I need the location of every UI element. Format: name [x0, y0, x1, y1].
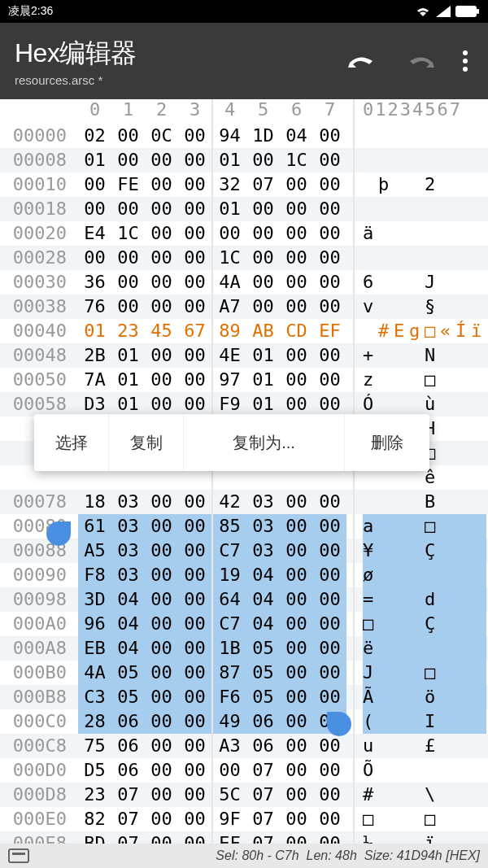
- ascii-cell[interactable]: [440, 734, 455, 758]
- ascii-cell[interactable]: [378, 246, 394, 270]
- hex-cell[interactable]: 00: [145, 514, 178, 539]
- hex-cell[interactable]: 00: [280, 490, 313, 514]
- ascii-cell[interactable]: [471, 685, 486, 709]
- hex-cell[interactable]: 00: [280, 807, 313, 831]
- ascii-cell[interactable]: [440, 392, 455, 417]
- hex-cell[interactable]: 00: [313, 661, 346, 685]
- ascii-cell[interactable]: [455, 417, 471, 441]
- hex-cell[interactable]: 00: [145, 197, 178, 221]
- ascii-cell[interactable]: [425, 636, 440, 661]
- hex-cell[interactable]: 03: [246, 539, 280, 563]
- hex-row[interactable]: 00088A5030000C7030000¥Ç: [0, 539, 488, 563]
- hex-cell[interactable]: 00: [178, 124, 211, 148]
- ascii-cell[interactable]: [394, 148, 409, 172]
- hex-cell[interactable]: 00: [111, 197, 145, 221]
- hex-cell[interactable]: 49: [213, 709, 246, 734]
- hex-cell[interactable]: 04: [246, 587, 280, 612]
- ascii-cell[interactable]: [425, 563, 440, 587]
- ascii-cell[interactable]: u: [363, 734, 378, 758]
- hex-cell[interactable]: 00: [78, 172, 111, 197]
- hex-cell[interactable]: 00: [145, 221, 178, 246]
- ascii-cell[interactable]: [455, 343, 471, 368]
- ascii-cell[interactable]: [471, 246, 486, 270]
- ascii-cell[interactable]: □: [363, 612, 378, 636]
- ascii-cell[interactable]: [378, 197, 394, 221]
- hex-cell[interactable]: 00: [178, 685, 211, 709]
- hex-cell[interactable]: 00: [313, 172, 346, 197]
- ascii-cell[interactable]: Ç: [425, 539, 440, 563]
- hex-cell[interactable]: 61: [78, 514, 111, 539]
- hex-cell[interactable]: 00: [145, 172, 178, 197]
- hex-cell[interactable]: 4A: [213, 270, 246, 294]
- hex-cell[interactable]: EF: [313, 319, 346, 343]
- hex-cell[interactable]: 00: [111, 246, 145, 270]
- ascii-cell[interactable]: [409, 197, 425, 221]
- ascii-cell[interactable]: [455, 172, 471, 197]
- ascii-cell[interactable]: [409, 685, 425, 709]
- hex-cell[interactable]: 64: [213, 587, 246, 612]
- ascii-cell[interactable]: [440, 490, 455, 514]
- hex-cell[interactable]: 00: [313, 343, 346, 368]
- hex-cell[interactable]: F6: [213, 685, 246, 709]
- ascii-cell[interactable]: [455, 709, 471, 734]
- hex-cell[interactable]: 00: [145, 148, 178, 172]
- hex-cell[interactable]: FE: [111, 172, 145, 197]
- ascii-cell[interactable]: #: [363, 783, 378, 807]
- ascii-cell[interactable]: [455, 587, 471, 612]
- ascii-cell[interactable]: Í: [455, 319, 471, 343]
- ascii-cell[interactable]: [394, 758, 409, 783]
- hex-cell[interactable]: 00: [280, 270, 313, 294]
- hex-cell[interactable]: 00: [280, 612, 313, 636]
- hex-cell[interactable]: 00: [111, 294, 145, 319]
- hex-cell[interactable]: 00: [313, 783, 346, 807]
- hex-row[interactable]: 000507A01000097010000z□: [0, 368, 488, 392]
- ascii-cell[interactable]: [394, 563, 409, 587]
- ascii-cell[interactable]: [378, 368, 394, 392]
- ascii-cell[interactable]: [440, 148, 455, 172]
- ascii-cell[interactable]: [440, 343, 455, 368]
- ascii-cell[interactable]: [471, 587, 486, 612]
- hex-cell[interactable]: 00: [313, 685, 346, 709]
- overflow-icon[interactable]: [462, 50, 468, 72]
- hex-cell[interactable]: 00: [178, 636, 211, 661]
- selection-handle-start[interactable]: [46, 521, 71, 546]
- ascii-cell[interactable]: [440, 465, 455, 490]
- hex-cell[interactable]: 00: [178, 807, 211, 831]
- ascii-cell[interactable]: [409, 294, 425, 319]
- ascii-cell[interactable]: [394, 221, 409, 246]
- ascii-cell[interactable]: [394, 539, 409, 563]
- hex-cell[interactable]: 42: [213, 490, 246, 514]
- hex-cell[interactable]: 00: [280, 758, 313, 783]
- ascii-cell[interactable]: [378, 270, 394, 294]
- ascii-cell[interactable]: [440, 661, 455, 685]
- ascii-cell[interactable]: [471, 563, 486, 587]
- ascii-cell[interactable]: [394, 197, 409, 221]
- hex-cell[interactable]: 00: [178, 661, 211, 685]
- hex-cell[interactable]: 00: [313, 246, 346, 270]
- hex-cell[interactable]: 00: [313, 587, 346, 612]
- ascii-cell[interactable]: [378, 124, 394, 148]
- ascii-cell[interactable]: [425, 148, 440, 172]
- hex-cell[interactable]: 7A: [78, 368, 111, 392]
- hex-cell[interactable]: 89: [213, 319, 246, 343]
- ascii-cell[interactable]: [440, 587, 455, 612]
- ascii-cell[interactable]: [440, 441, 455, 465]
- ascii-cell[interactable]: [440, 417, 455, 441]
- ascii-cell[interactable]: [471, 661, 486, 685]
- ascii-cell[interactable]: [409, 587, 425, 612]
- hex-cell[interactable]: 00: [313, 294, 346, 319]
- ascii-cell[interactable]: [378, 709, 394, 734]
- hex-cell[interactable]: 04: [111, 587, 145, 612]
- ascii-cell[interactable]: [409, 148, 425, 172]
- ascii-cell[interactable]: ù: [425, 392, 440, 417]
- ascii-cell[interactable]: [471, 734, 486, 758]
- ascii-cell[interactable]: [409, 514, 425, 539]
- ascii-cell[interactable]: [394, 636, 409, 661]
- ascii-cell[interactable]: [378, 685, 394, 709]
- hex-cell[interactable]: F9: [213, 392, 246, 417]
- hex-cell[interactable]: 00: [280, 368, 313, 392]
- ascii-cell[interactable]: [440, 612, 455, 636]
- hex-cell[interactable]: 00: [145, 270, 178, 294]
- ascii-cell[interactable]: [471, 417, 486, 441]
- hex-cell[interactable]: 00: [246, 294, 280, 319]
